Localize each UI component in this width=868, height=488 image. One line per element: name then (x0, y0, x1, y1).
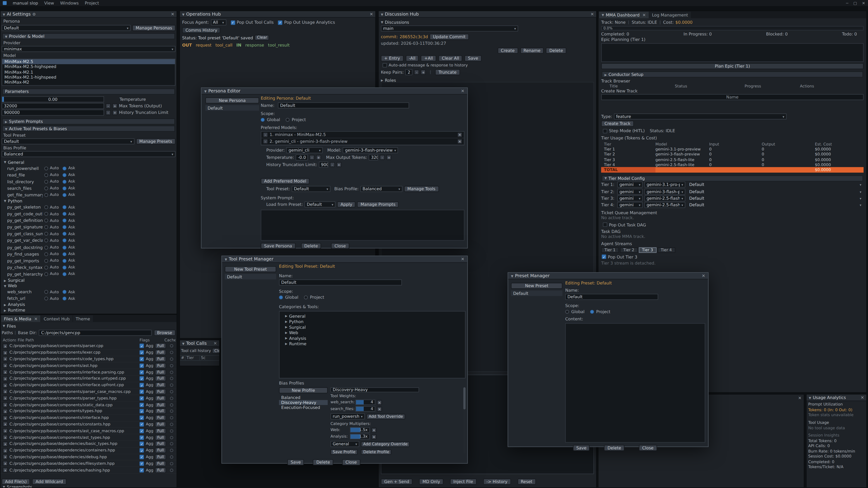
cache-indicator[interactable] (170, 384, 174, 387)
load-preset-select[interactable]: Default (305, 201, 336, 207)
full-button[interactable]: Full (155, 383, 166, 388)
increment-button[interactable]: + (386, 155, 392, 160)
inject-file-button[interactable]: Inject File (450, 479, 476, 485)
clear-status-button[interactable]: Clear (255, 35, 269, 40)
delete-preset-button[interactable]: Delete (604, 445, 625, 451)
close-icon[interactable]: ✕ (590, 11, 594, 17)
ask-toggle[interactable] (63, 166, 66, 170)
ask-toggle[interactable] (63, 212, 66, 216)
weight-drag-input[interactable]: 4 (355, 406, 375, 412)
remove-file-button[interactable]: x (3, 357, 8, 361)
increment-button[interactable]: + (316, 155, 321, 160)
conductor-setup-section[interactable]: ▶ Conductor Setup (602, 71, 863, 77)
tier-preset-select[interactable]: Default (687, 202, 864, 208)
close-dialog-button[interactable]: Close (342, 459, 360, 465)
full-button[interactable]: Full (155, 343, 166, 349)
new-profile-button[interactable]: New Profile (279, 387, 328, 393)
scope-global-radio[interactable] (565, 310, 569, 314)
tool-group-runtime[interactable]: ▶ Runtime (2, 307, 176, 313)
pop-out-tier3-checkbox[interactable]: ✓ (602, 255, 606, 259)
auto-toggle[interactable] (44, 225, 48, 229)
create-track-button[interactable]: Create Track (601, 121, 634, 127)
operations-hub-header[interactable]: ▼ Operations Hub ✕ (180, 11, 375, 18)
ask-toggle[interactable] (63, 290, 66, 294)
tier-preset-select[interactable]: Default (687, 188, 864, 195)
cache-indicator[interactable] (170, 429, 174, 433)
persona-name-input[interactable]: Default (278, 102, 409, 108)
tier-provider-select[interactable]: gemini (617, 202, 643, 208)
multiplier-drag-input[interactable]: 1.5x (350, 427, 370, 433)
ai-settings-header[interactable]: ▼ AI Settings ⚙ ✕ (0, 11, 177, 18)
bias-profile-select[interactable]: Balanced (360, 186, 402, 192)
files-section-header[interactable]: ▼ Files (0, 323, 177, 328)
epic-planning-input[interactable] (601, 43, 864, 62)
apply-button[interactable]: Apply (337, 201, 355, 207)
gen-send-button[interactable]: Gen + Send (381, 479, 412, 485)
agg-checkbox[interactable]: ✓ (140, 422, 144, 427)
full-button[interactable]: Full (155, 356, 166, 362)
maximize-icon[interactable]: ▢ (853, 1, 857, 5)
cache-indicator[interactable] (170, 351, 174, 354)
close-icon[interactable]: ✕ (643, 12, 646, 18)
full-button[interactable]: Full (155, 441, 166, 447)
max-tokens-input[interactable]: 32000 (2, 103, 104, 109)
full-button[interactable]: Full (155, 369, 166, 375)
temperature-input[interactable]: -0.0 (296, 154, 308, 160)
parameters-section[interactable]: Parameters (2, 89, 175, 95)
full-button[interactable]: Full (155, 363, 166, 368)
ask-toggle[interactable] (63, 205, 66, 209)
collapse-icon[interactable]: ▼ (182, 12, 184, 16)
tier-model-select[interactable]: gemini-2.5-flash-lite (645, 195, 685, 201)
preset-content-textarea[interactable] (565, 323, 705, 443)
agg-checkbox[interactable]: ✓ (140, 435, 144, 440)
auto-toggle[interactable] (44, 246, 48, 249)
auto-toggle[interactable] (44, 173, 48, 177)
auto-toggle[interactable] (44, 219, 48, 223)
pop-out-usage-analytics-checkbox[interactable]: ✓ (278, 20, 283, 25)
collapse-icon[interactable]: ▼ (511, 274, 513, 278)
auto-toggle[interactable] (44, 259, 48, 263)
tool-group-python[interactable]: ▼ Python (2, 198, 176, 204)
collapse-icon[interactable]: ▼ (809, 396, 811, 399)
full-button[interactable]: Full (155, 448, 166, 453)
increment-button[interactable]: + (421, 70, 426, 75)
auto-toggle[interactable] (44, 290, 48, 294)
tier-provider-select[interactable]: gemini (617, 188, 643, 195)
remove-file-button[interactable]: x (3, 455, 8, 459)
save-tool-preset-button[interactable]: Save (287, 459, 304, 465)
tool-group-surgical[interactable]: ▶ Surgical (2, 278, 176, 283)
full-button[interactable]: Full (155, 467, 166, 473)
new-tool-preset-button[interactable]: New Tool Preset (225, 266, 276, 272)
agg-checkbox[interactable]: ✓ (140, 468, 144, 473)
auto-toggle[interactable] (44, 186, 48, 190)
tab-context-hub[interactable]: Context Hub (41, 315, 72, 322)
tool-preset-list-item[interactable]: Default (225, 274, 276, 279)
cache-indicator[interactable] (170, 449, 174, 452)
provider-select[interactable]: gemini_cli (286, 147, 323, 153)
scope-project-radio[interactable] (286, 118, 289, 122)
model-select[interactable]: gemini-3-flash-preview (343, 147, 398, 153)
cache-indicator[interactable] (170, 455, 174, 459)
full-button[interactable]: Full (155, 350, 166, 355)
category-node[interactable]: ▶ Web (280, 330, 465, 335)
multiplier-drag-input[interactable]: 1.3x (350, 434, 370, 439)
comms-history-tab[interactable]: Comms History (182, 27, 221, 33)
decrement-button[interactable]: - (330, 162, 335, 167)
menu-project[interactable]: Project (85, 0, 99, 5)
update-commit-button[interactable]: Update Commit (430, 34, 469, 40)
md-only-button[interactable]: MD Only (419, 479, 443, 485)
tool-preset-name-input[interactable]: Default (279, 280, 402, 286)
tool-override-select[interactable]: run_powershell (331, 413, 365, 419)
menu-view[interactable]: View (44, 0, 54, 5)
tool-group-analysis[interactable]: ▶ Analysis (2, 302, 176, 307)
provider-model-section[interactable]: ▼ Provider & Model (2, 33, 175, 39)
collapse-icon[interactable]: ▼ (3, 12, 5, 16)
auto-toggle[interactable] (44, 252, 48, 256)
cache-indicator[interactable] (170, 442, 174, 446)
discussion-hub-header[interactable]: ▼ Discussion Hub ✕ (379, 11, 596, 18)
tool-group-web[interactable]: ▼ Web (2, 283, 176, 289)
decrement-button[interactable]: - (414, 70, 419, 75)
focus-agent-select[interactable]: All (211, 20, 226, 26)
close-icon[interactable]: ✕ (214, 341, 217, 346)
tier-provider-select[interactable]: gemini (617, 182, 643, 188)
